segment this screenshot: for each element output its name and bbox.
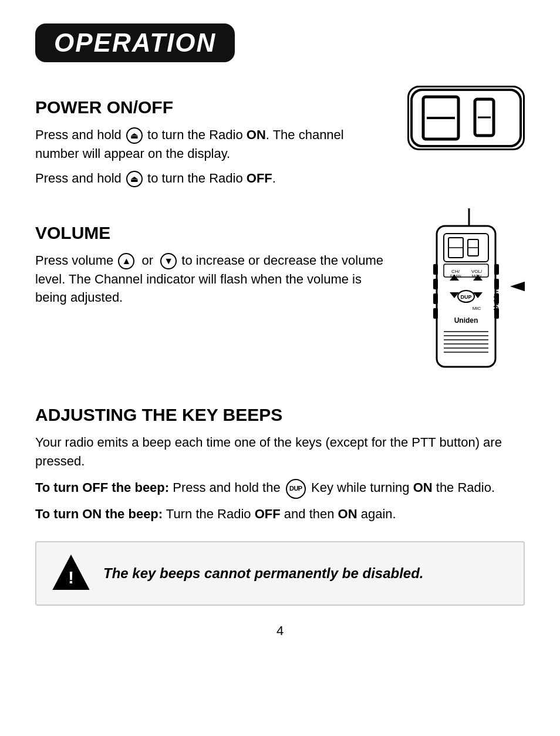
volume-up-icon: ▲ (118, 253, 134, 269)
power-para2-end: . (272, 171, 276, 185)
svg-rect-32 (433, 264, 438, 275)
power-icon-off: ⏏ (126, 171, 143, 187)
off-label: To turn OFF the beep: (35, 480, 169, 495)
dup-key-icon: DUP (286, 479, 306, 499)
display-svg (410, 89, 522, 147)
channel-display-graphic (407, 86, 525, 150)
svg-rect-39 (494, 308, 499, 319)
off-end: the Radio. (436, 480, 495, 495)
svg-rect-35 (433, 308, 438, 319)
svg-text:Uniden: Uniden (454, 316, 478, 325)
on-bold1: OFF (255, 507, 281, 521)
svg-text:!: ! (68, 568, 74, 587)
svg-marker-40 (510, 281, 525, 292)
svg-text:DUP: DUP (460, 294, 471, 300)
volume-heading: VOLUME (35, 223, 390, 243)
on-and: and then (284, 507, 335, 521)
page-number: 4 (35, 623, 525, 639)
svg-rect-34 (433, 293, 438, 304)
svg-text:VOL/: VOL/ (471, 269, 483, 274)
title-badge: OPERATION (35, 23, 525, 80)
warning-text: The key beeps cannot permanently be disa… (103, 565, 424, 582)
svg-rect-37 (494, 279, 499, 289)
svg-text:CH/: CH/ (451, 269, 460, 274)
volume-para-pre: Press volume (35, 253, 113, 268)
power-para2-post: to turn the Radio (147, 171, 243, 185)
power-para1: Press and hold ⏏ to turn the Radio ON. T… (35, 126, 390, 163)
power-icon-on: ⏏ (126, 127, 143, 144)
page-title: OPERATION (35, 23, 235, 62)
on-text-content: Turn the Radio (166, 507, 251, 521)
svg-rect-33 (433, 279, 438, 289)
power-para2: Press and hold ⏏ to turn the Radio OFF. (35, 169, 390, 188)
warning-icon: ! (50, 553, 92, 594)
on-label: To turn ON the beep: (35, 507, 163, 521)
warning-box: ! The key beeps cannot permanently be di… (35, 541, 525, 606)
keybeeps-intro: Your radio emits a beep each time one of… (35, 433, 525, 471)
off-rest: Key while turning (311, 480, 410, 495)
keybeeps-heading: ADJUSTING THE KEY BEEPS (35, 405, 525, 425)
volume-down-icon: ▼ (160, 253, 177, 269)
power-para1-post: to turn the Radio (147, 127, 243, 142)
keybeeps-on-para: To turn ON the beep: Turn the Radio OFF … (35, 505, 525, 524)
on-end: again. (361, 507, 396, 521)
keybeeps-off-para: To turn OFF the beep: Press and hold the… (35, 478, 525, 498)
power-on-bold: ON (247, 127, 266, 142)
off-text-pre: Press and hold the (173, 480, 280, 495)
keybeeps-section: ADJUSTING THE KEY BEEPS Your radio emits… (35, 405, 525, 524)
or-text: or (142, 253, 154, 268)
on-bold2: ON (338, 507, 357, 521)
power-heading: POWER ON/OFF (35, 97, 390, 117)
power-off-bold: OFF (247, 171, 272, 185)
svg-rect-36 (494, 264, 499, 275)
radio-device-svg: Uniden CH/ SCAN VOL/ MON DUP MIC (407, 205, 525, 387)
svg-text:MIC: MIC (473, 306, 481, 311)
power-para2-pre: Press and hold (35, 171, 122, 185)
off-bold: ON (413, 480, 433, 495)
svg-rect-38 (494, 293, 499, 304)
volume-para: Press volume ▲ or ▼ to increase or decre… (35, 251, 390, 308)
power-para1-pre: Press and hold (35, 127, 122, 142)
